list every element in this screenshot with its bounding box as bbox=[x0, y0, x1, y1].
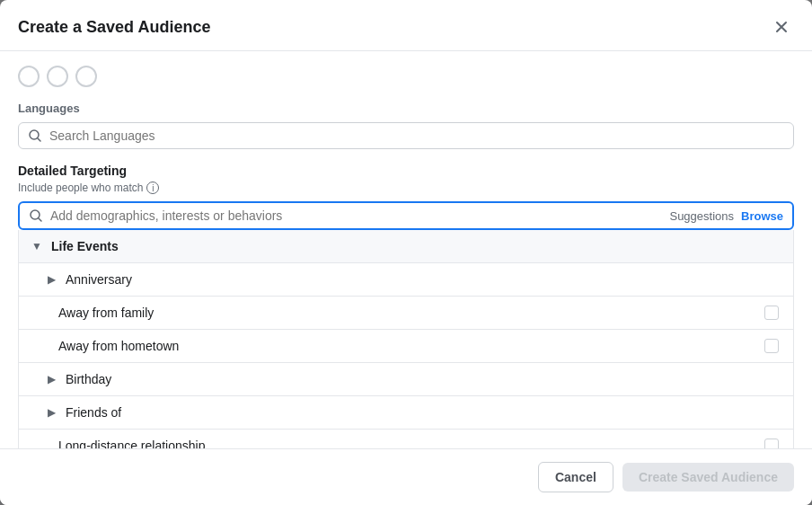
languages-search-input[interactable] bbox=[49, 128, 784, 143]
list-item[interactable]: ▶ Friends of bbox=[19, 396, 793, 430]
list-item[interactable]: Long-distance relationship bbox=[19, 430, 793, 448]
life-events-category[interactable]: ▼ Life Events bbox=[19, 230, 793, 263]
detailed-targeting-label: Detailed Targeting bbox=[18, 164, 794, 178]
modal: Create a Saved Audience Languages bbox=[0, 0, 812, 505]
step-indicators bbox=[18, 66, 794, 87]
item-label: Birthday bbox=[66, 372, 111, 386]
modal-header: Create a Saved Audience bbox=[0, 0, 812, 51]
item-arrow-icon: ▶ bbox=[44, 273, 58, 286]
item-label: Away from family bbox=[58, 306, 154, 320]
item-label: Friends of bbox=[66, 405, 121, 420]
create-saved-audience-button[interactable]: Create Saved Audience bbox=[622, 463, 794, 492]
close-icon bbox=[772, 18, 790, 36]
include-label: Include people who match i bbox=[18, 182, 794, 194]
category-name: Life Events bbox=[51, 239, 119, 253]
item-label: Long-distance relationship bbox=[58, 439, 205, 448]
long-distance-checkbox[interactable] bbox=[764, 439, 779, 448]
close-button[interactable] bbox=[769, 14, 794, 40]
item-arrow-icon: ▶ bbox=[44, 373, 58, 385]
step-1 bbox=[18, 66, 40, 87]
item-label: Away from hometown bbox=[58, 339, 179, 353]
list-item[interactable]: Away from hometown bbox=[19, 330, 793, 363]
dropdown-list: ▼ Life Events ▶ Anniversary Away from fa… bbox=[18, 230, 794, 448]
list-item[interactable]: Away from family bbox=[19, 297, 793, 330]
targeting-search-box: Suggestions Browse bbox=[18, 201, 794, 230]
modal-title: Create a Saved Audience bbox=[18, 18, 210, 37]
suggestions-button[interactable]: Suggestions bbox=[669, 209, 734, 223]
list-item[interactable]: ▶ Anniversary bbox=[19, 263, 793, 297]
languages-search-box bbox=[18, 122, 794, 149]
info-icon[interactable]: i bbox=[146, 182, 159, 194]
targeting-search-input[interactable] bbox=[50, 208, 662, 223]
languages-label: Languages bbox=[18, 102, 794, 115]
step-2 bbox=[47, 66, 68, 87]
targeting-search-icon bbox=[29, 208, 43, 223]
modal-overlay: Create a Saved Audience Languages bbox=[0, 0, 812, 505]
away-from-hometown-checkbox[interactable] bbox=[764, 339, 779, 353]
modal-footer: Cancel Create Saved Audience bbox=[0, 448, 812, 505]
browse-button[interactable]: Browse bbox=[741, 209, 783, 223]
category-chevron-icon: ▼ bbox=[30, 240, 44, 252]
languages-search-icon bbox=[28, 128, 42, 143]
step-3 bbox=[75, 66, 97, 87]
cancel-button[interactable]: Cancel bbox=[538, 462, 613, 492]
item-label: Anniversary bbox=[66, 272, 132, 287]
item-arrow-icon: ▶ bbox=[44, 406, 58, 419]
modal-body[interactable]: Languages Detailed Targeting Include peo… bbox=[0, 51, 812, 448]
list-item[interactable]: ▶ Birthday bbox=[19, 363, 793, 396]
away-from-family-checkbox[interactable] bbox=[764, 306, 779, 320]
